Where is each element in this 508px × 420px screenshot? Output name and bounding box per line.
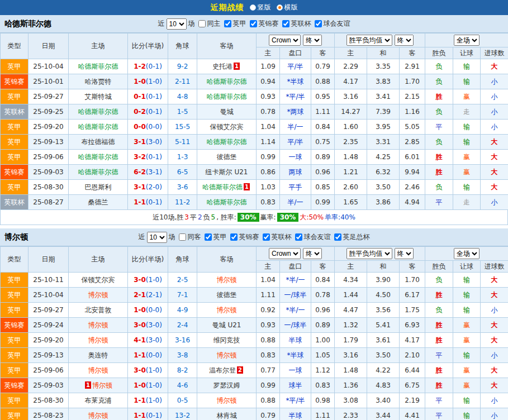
home-team-link[interactable]: 哈德斯菲尔德: [78, 63, 118, 70]
scope-select[interactable]: 全场: [454, 248, 479, 259]
radio-unselected-icon[interactable]: [250, 4, 256, 11]
halftime-score: (1-0): [146, 397, 162, 404]
summary-text: 单率:40%: [325, 213, 355, 222]
checkbox-input[interactable]: [282, 20, 289, 27]
checkbox-input[interactable]: [230, 233, 238, 241]
result-goals-cell: 大: [481, 333, 508, 348]
home-team-link[interactable]: 哈洛贾特: [85, 78, 112, 85]
away-team-link[interactable]: 曼城 U21: [212, 321, 241, 329]
away-team-link[interactable]: 哈德斯菲尔德: [207, 198, 247, 206]
checkbox-input[interactable]: [315, 20, 322, 27]
avg-away-cell: 1.16: [400, 104, 425, 120]
checkbox-input[interactable]: [250, 20, 257, 27]
away-team-link[interactable]: 哈德斯菲尔德: [207, 93, 247, 101]
result-goals-cell: 小: [481, 303, 508, 318]
away-team-link[interactable]: 史托港: [212, 63, 232, 70]
home-team-link[interactable]: 哈德斯菲尔德: [78, 123, 118, 131]
away-team-link[interactable]: 保顿艾尔宾: [210, 123, 244, 131]
avg-draw-cell: 3.44: [367, 408, 400, 420]
home-team-link[interactable]: 巴恩斯利: [85, 183, 112, 191]
fulltime-score: 1-1: [134, 351, 146, 359]
home-team-link[interactable]: 哈德斯菲尔德: [78, 153, 118, 161]
layout-option-vertical[interactable]: 竖版: [250, 3, 271, 12]
away-team-cell: 罗瑟汉姆: [197, 378, 257, 393]
away-team-link[interactable]: 博尔顿: [217, 306, 237, 314]
final-odds-select[interactable]: 终: [303, 35, 322, 46]
home-team-link[interactable]: 哈德斯菲尔德: [78, 108, 118, 116]
home-team-link[interactable]: 哈德斯菲尔德: [78, 168, 118, 176]
filter-checkbox-2[interactable]: 英锦赛: [250, 19, 279, 28]
filter-checkbox-2[interactable]: 英锦赛: [230, 232, 259, 242]
checkbox-input[interactable]: [198, 20, 206, 27]
home-team-link[interactable]: 博尔顿: [88, 291, 108, 299]
bookmaker-select[interactable]: Crown: [269, 35, 301, 46]
away-team-link[interactable]: 维冈竞技: [213, 336, 240, 344]
home-team-link[interactable]: 博尔顿: [88, 412, 108, 419]
col-header-avg_away: 客: [400, 261, 425, 273]
away-team-link[interactable]: 哈德斯菲尔德: [207, 138, 247, 146]
home-team-link[interactable]: 博尔顿: [92, 381, 112, 389]
away-team-link[interactable]: 温布尔登: [209, 366, 236, 374]
checkbox-label-text: 英锦赛: [239, 232, 259, 242]
away-team-link[interactable]: 罗瑟汉姆: [213, 381, 240, 389]
result-wdl-cell: 胜: [425, 333, 453, 348]
home-team-link[interactable]: 布拉德福德: [82, 138, 115, 146]
home-team-link[interactable]: 博尔顿: [88, 321, 108, 329]
home-team-link[interactable]: 桑德兰: [88, 198, 108, 206]
bookmaker-select[interactable]: Crown: [269, 248, 301, 259]
avg-select[interactable]: 胜平负均值: [346, 248, 392, 259]
away-team-link[interactable]: 彼德堡: [217, 291, 237, 299]
games-count-select[interactable]: 10: [147, 232, 167, 243]
checkbox-input[interactable]: [295, 233, 302, 241]
filter-checkbox-0[interactable]: 同客: [179, 232, 201, 242]
avg-home-cell: 4.17: [335, 74, 367, 89]
home-team-link[interactable]: 布莱克浦: [85, 397, 112, 404]
fulltime-score: 3-1: [134, 183, 146, 191]
fulltime-score: 1-2: [134, 63, 146, 70]
avg-home-cell: 1.48: [335, 150, 367, 165]
home-team-link[interactable]: 保顿艾尔宾: [82, 276, 115, 284]
final-odds-select[interactable]: 终: [303, 248, 322, 259]
filter-checkbox-0[interactable]: 同主: [198, 19, 221, 28]
final-odds-select-2[interactable]: 终: [395, 248, 414, 259]
home-team-link[interactable]: 艾斯特城: [85, 93, 112, 101]
layout-option-horizontal[interactable]: 横版: [277, 3, 298, 12]
filter-checkbox-3[interactable]: 英联杯: [263, 232, 292, 242]
away-team-link[interactable]: 博尔顿: [217, 397, 237, 404]
odds-away-cell: 0.95: [311, 89, 335, 104]
away-team-link[interactable]: 哈德斯菲尔德: [207, 78, 247, 85]
filter-checkbox-3[interactable]: 英联杯: [282, 19, 311, 28]
away-team-link[interactable]: 博尔顿: [217, 276, 237, 284]
away-team-link[interactable]: 林肯城: [217, 412, 237, 419]
scope-select[interactable]: 全场: [454, 35, 479, 46]
filter-checkbox-5[interactable]: 英足总杯: [334, 232, 370, 242]
result-handicap-cell: 赢: [453, 333, 481, 348]
home-team-link[interactable]: 博尔顿: [88, 336, 108, 344]
filter-checkbox-1[interactable]: 英甲: [205, 232, 227, 242]
final-odds-select-2[interactable]: 终: [395, 35, 414, 46]
date-cell: 25-09-06: [29, 150, 69, 165]
handicap-cell: 平手: [280, 180, 311, 195]
rate-badge: 30%: [238, 213, 259, 222]
home-team-link[interactable]: 博尔顿: [88, 366, 108, 374]
checkbox-input[interactable]: [205, 233, 212, 241]
away-team-link[interactable]: 纽卡斯尔 U21: [206, 168, 248, 176]
away-team-link[interactable]: 彼德堡: [217, 153, 237, 161]
away-team-link[interactable]: 曼城: [220, 108, 234, 116]
avg-select[interactable]: 胜平负均值: [346, 35, 392, 46]
filter-checkbox-4[interactable]: 球会友谊: [315, 19, 350, 28]
home-team-link[interactable]: 奥连特: [88, 351, 108, 359]
filter-checkbox-4[interactable]: 球会友谊: [295, 232, 331, 242]
filter-checkbox-1[interactable]: 英甲: [224, 19, 246, 28]
home-team-link[interactable]: 北安普敦: [85, 306, 112, 314]
avg-draw-cell: 4.22: [367, 363, 400, 378]
corners-cell: 2-5: [168, 273, 197, 288]
checkbox-input[interactable]: [334, 233, 341, 241]
checkbox-input[interactable]: [263, 233, 270, 241]
radio-selected-icon[interactable]: [277, 4, 283, 11]
checkbox-input[interactable]: [179, 233, 186, 241]
games-count-select[interactable]: 10: [167, 18, 187, 30]
checkbox-input[interactable]: [224, 20, 231, 27]
away-team-link[interactable]: 博尔顿: [217, 351, 237, 359]
away-team-link[interactable]: 哈德斯菲尔德: [202, 183, 243, 191]
